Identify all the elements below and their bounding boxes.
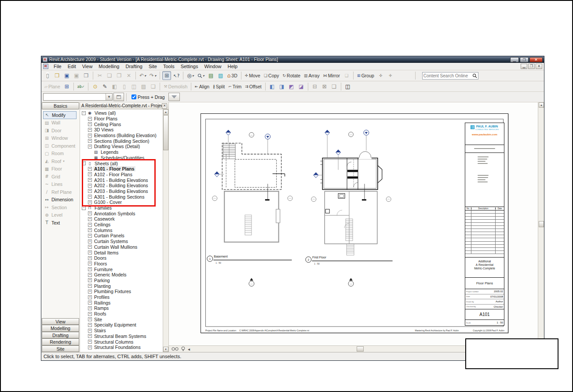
tool-ref-plane[interactable]: ∕Ref Plane (43, 188, 80, 196)
opening-tool-button-2[interactable] (120, 82, 128, 91)
editor-window-button[interactable] (162, 71, 171, 80)
restore-button[interactable]: ❐ (520, 57, 529, 62)
tab-basics[interactable]: Basics (42, 102, 79, 109)
tree-item[interactable]: +Floor Plans (80, 116, 163, 122)
tree-item[interactable]: +Detail Items (80, 250, 163, 255)
tree-scroll-down-icon[interactable]: ▼ (163, 347, 168, 352)
tree-item[interactable]: +Drafting Views (Detail) (80, 144, 163, 149)
split-button[interactable]: Split (212, 82, 226, 91)
expand-icon[interactable]: + (88, 284, 92, 288)
tree-scroll-up-icon[interactable]: ▲ (163, 109, 168, 115)
drawing-area[interactable]: 1 Basement 1 : 50 2 First Floor 1 : 50 (169, 102, 544, 352)
save-button[interactable] (62, 71, 71, 80)
opening-tool-button-5[interactable] (149, 82, 157, 91)
scroll-left-arrow-icon[interactable]: ◂ (188, 347, 190, 352)
tree-item[interactable]: +Casework (80, 216, 163, 222)
tree-item[interactable]: +Profiles (80, 294, 163, 300)
expand-icon[interactable]: + (88, 240, 92, 243)
copy-clipboard-button[interactable] (105, 71, 114, 80)
minimize-button[interactable]: ▁ (510, 57, 519, 62)
tree-item[interactable]: +Furniture (80, 266, 163, 272)
expand-icon[interactable]: + (88, 145, 92, 149)
expand-icon[interactable]: + (88, 117, 92, 121)
close-button[interactable]: ✕ (529, 57, 543, 62)
expand-icon[interactable]: + (88, 290, 92, 294)
content-search-box[interactable] (422, 72, 478, 80)
spelling-button[interactable] (76, 82, 86, 91)
tab-modelling[interactable]: Modelling (42, 325, 79, 332)
rotate-button[interactable]: Rotate (281, 71, 302, 80)
reveal-glasses-icon[interactable] (172, 347, 179, 351)
tree-item[interactable]: +Sections (Building Section) (80, 138, 163, 144)
mdi-minimize-button[interactable]: ▁ (521, 64, 527, 69)
shading-button[interactable] (216, 71, 225, 80)
mdi-close-button[interactable]: ✕ (536, 64, 542, 69)
tree-scroll-thumb[interactable] (163, 115, 168, 150)
content-search-input[interactable] (423, 73, 472, 78)
element-properties-button[interactable]: 🗔 (113, 93, 124, 101)
expand-icon[interactable]: + (88, 345, 92, 349)
expand-icon[interactable]: + (88, 128, 92, 132)
expand-icon[interactable]: + (88, 329, 92, 333)
open-button[interactable] (53, 71, 62, 80)
type-selector[interactable]: ▼ (43, 93, 113, 101)
group-button[interactable]: Group (356, 71, 376, 80)
tree-item[interactable]: +Curtain Systems (80, 239, 163, 244)
match-type-button[interactable] (100, 82, 109, 91)
expand-icon[interactable]: + (88, 228, 92, 232)
work-plane-button[interactable]: Plane (43, 82, 62, 91)
wall-joins-button[interactable] (268, 82, 277, 91)
linework-button[interactable] (343, 82, 352, 91)
opening-tool-button-4[interactable] (139, 82, 148, 91)
canvas-hscroll-thumb[interactable] (357, 346, 364, 352)
tree-item[interactable]: +Plumbing Fixtures (80, 289, 163, 294)
menu-file[interactable]: File (51, 63, 65, 69)
trim-button[interactable]: Trim (227, 82, 243, 91)
paint-button[interactable] (320, 82, 329, 91)
tool-modify[interactable]: ↖Modify (43, 111, 77, 119)
canvas-scroll-thumb[interactable] (539, 221, 544, 227)
tab-view[interactable]: View (42, 318, 79, 325)
tool-lines[interactable]: ~Lines (43, 181, 80, 189)
tab-drafting[interactable]: Drafting (42, 332, 79, 339)
tab-site[interactable]: Site (42, 345, 79, 352)
tree-item[interactable]: +Structural Columns (80, 339, 163, 345)
default-3d-button[interactable]: 3D (226, 71, 239, 80)
tree-item[interactable]: +Generic Models (80, 272, 163, 278)
tree-item[interactable]: +Doors (80, 255, 163, 261)
expand-icon[interactable]: + (88, 317, 92, 321)
expand-icon[interactable]: + (88, 301, 92, 305)
expand-icon[interactable]: + (88, 134, 92, 138)
expand-icon[interactable]: + (88, 306, 92, 310)
tool-level[interactable]: ⊕Level (43, 211, 80, 219)
tree-scrollbar[interactable]: ▲ ▼ (163, 109, 168, 352)
tool-roof[interactable]: ◭Roof▾ (43, 157, 80, 165)
menu-drafting[interactable]: Drafting (122, 63, 146, 69)
tree-item[interactable]: +Roofs (80, 311, 163, 317)
canvas-vertical-scrollbar[interactable]: ▲ ▼ (538, 102, 544, 345)
opening-tool-button-3[interactable] (129, 82, 138, 91)
drawing-sheet[interactable]: 1 Basement 1 : 50 2 First Floor 1 : 50 (201, 113, 508, 333)
redo-button[interactable]: ▾ (148, 71, 157, 80)
undo-button[interactable]: ▾ (138, 71, 147, 80)
steering-wheel-button[interactable]: ▾ (186, 71, 195, 80)
tree-item[interactable]: +Columns (80, 227, 163, 233)
tree-item[interactable]: +Floors (80, 261, 163, 267)
expand-icon[interactable]: + (88, 261, 92, 265)
zoom-dropdown-icon[interactable]: ▾ (203, 74, 204, 78)
unpin-button[interactable] (386, 71, 395, 80)
tree-item[interactable]: +3D Views (80, 127, 163, 133)
tool-section[interactable]: ↦Section (43, 203, 80, 211)
filter-button[interactable] (168, 93, 180, 101)
expand-icon[interactable]: + (88, 278, 92, 282)
delete-button[interactable] (124, 71, 133, 80)
cut-button[interactable] (95, 71, 104, 80)
menu-help[interactable]: Help (225, 63, 241, 69)
tree-item[interactable]: +Annotation Symbols (80, 211, 163, 216)
tool-window[interactable]: ⊞Window (43, 134, 80, 142)
tree-item[interactable]: +Specialty Equipment (80, 322, 163, 328)
canvas-scroll-up-icon[interactable]: ▲ (539, 102, 544, 108)
menu-tools[interactable]: Tools (160, 63, 178, 69)
tree-item[interactable]: +Site (80, 316, 163, 322)
expand-icon[interactable]: + (88, 139, 92, 143)
